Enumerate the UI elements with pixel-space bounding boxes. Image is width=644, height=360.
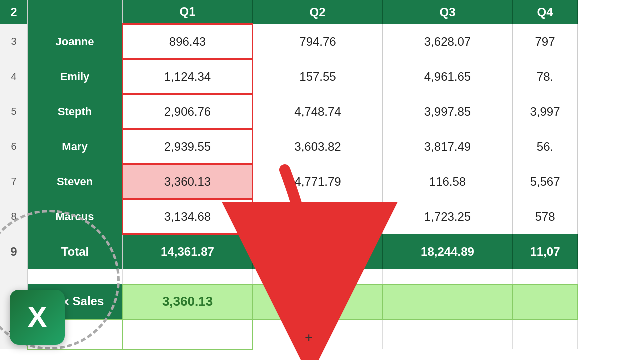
col-q4-header: Q4 (513, 0, 578, 24)
table-row: 4 Emily 1,124.34 157.55 4,961.65 78. (0, 60, 578, 94)
row-num-header: 2 (0, 0, 28, 24)
q2-max-sales[interactable] (253, 284, 383, 320)
q2-steven[interactable]: 4,771.79 (253, 164, 383, 200)
q4-total: 11,07 (513, 234, 578, 270)
q3-emily[interactable]: 4,961.65 (383, 60, 513, 94)
row-num-3: 3 (0, 24, 28, 60)
q4-mary[interactable]: 56. (513, 130, 578, 164)
table-row: 7 Steven 3,360.13 4,771.79 116.58 5,567 (0, 164, 578, 200)
col-name-header (28, 0, 123, 24)
empty-q2 (253, 320, 383, 350)
gap-q2 (253, 270, 383, 284)
q1-emily[interactable]: 1,124.34 (123, 60, 253, 94)
q1-total: 14,361.87 (123, 234, 253, 270)
q4-steven[interactable]: 5,567 (513, 164, 578, 200)
name-mary: Mary (28, 130, 123, 164)
q1-joanne[interactable]: 896.43 (123, 24, 253, 60)
q3-stepth[interactable]: 3,997.85 (383, 94, 513, 130)
empty-q1[interactable] (123, 320, 253, 350)
table-row: 10 (0, 320, 578, 350)
total-row: 9 Total 14,361.87 15,914.37 18,244.89 11… (0, 234, 578, 270)
excel-letter: X (27, 302, 47, 332)
q2-joanne[interactable]: 794.76 (253, 24, 383, 60)
row-num-7: 7 (0, 164, 28, 200)
name-joanne: Joanne (28, 24, 123, 60)
table-row: 8 Marcus 3,134.68 1,837.71 1,723.25 578 (0, 200, 578, 234)
name-total: Total (28, 234, 123, 270)
spreadsheet: 2 Q1 Q2 Q3 Q4 3 Joanne 896.43 794.76 3,6… (0, 0, 644, 360)
gap-name (28, 270, 123, 284)
q3-steven[interactable]: 116.58 (383, 164, 513, 200)
gap-q3 (383, 270, 513, 284)
row-num-gap (0, 270, 28, 284)
excel-icon: X (10, 290, 65, 345)
q2-marcus[interactable]: 1,837.71 (253, 200, 383, 234)
empty-q3 (383, 320, 513, 350)
q1-mary[interactable]: 2,939.55 (123, 130, 253, 164)
q3-marcus[interactable]: 1,723.25 (383, 200, 513, 234)
row-num-6: 6 (0, 130, 28, 164)
max-sales-row: Max Sales 3,360.13 (0, 284, 578, 320)
table-row: 5 Stepth 2,906.76 4,748.74 3,997.85 3,99… (0, 94, 578, 130)
row-num-8: 8 (0, 200, 28, 234)
gap-q1 (123, 270, 253, 284)
table-row: 6 Mary 2,939.55 3,603.82 3,817.49 56. (0, 130, 578, 164)
q4-emily[interactable]: 78. (513, 60, 578, 94)
q3-mary[interactable]: 3,817.49 (383, 130, 513, 164)
table-row: 3 Joanne 896.43 794.76 3,628.07 797 (0, 24, 578, 60)
q3-joanne[interactable]: 3,628.07 (383, 24, 513, 60)
q1-steven[interactable]: 3,360.13 (123, 164, 253, 200)
name-marcus: Marcus (28, 200, 123, 234)
name-stepth: Stepth (28, 94, 123, 130)
row-num-4: 4 (0, 60, 28, 94)
q3-max-sales[interactable] (383, 284, 513, 320)
col-q2-header: Q2 (253, 0, 383, 24)
q1-max-sales[interactable]: 3,360.13 (123, 284, 253, 320)
q4-marcus[interactable]: 578 (513, 200, 578, 234)
q2-mary[interactable]: 3,603.82 (253, 130, 383, 164)
q2-total: 15,914.37 (253, 234, 383, 270)
gap-q4 (513, 270, 578, 284)
q4-max-sales[interactable] (513, 284, 578, 320)
col-q3-header: Q3 (383, 0, 513, 24)
q2-stepth[interactable]: 4,748.74 (253, 94, 383, 130)
name-steven: Steven (28, 164, 123, 200)
row-num-9: 9 (0, 234, 28, 270)
row-num-5: 5 (0, 94, 28, 130)
col-q1-header: Q1 (123, 0, 253, 24)
q1-stepth[interactable]: 2,906.76 (123, 94, 253, 130)
empty-q4 (513, 320, 578, 350)
q4-stepth[interactable]: 3,997 (513, 94, 578, 130)
gap-row (0, 270, 578, 284)
name-emily: Emily (28, 60, 123, 94)
q4-joanne[interactable]: 797 (513, 24, 578, 60)
header-row: 2 Q1 Q2 Q3 Q4 (0, 0, 578, 24)
q3-total: 18,244.89 (383, 234, 513, 270)
q1-marcus[interactable]: 3,134.68 (123, 200, 253, 234)
q2-emily[interactable]: 157.55 (253, 60, 383, 94)
